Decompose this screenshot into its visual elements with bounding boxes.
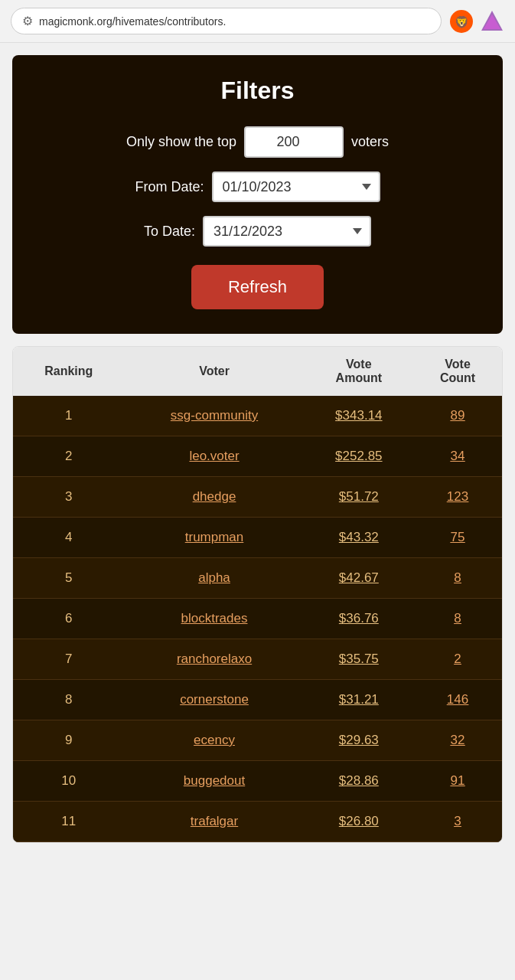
rank-cell: 7	[13, 639, 124, 680]
voter-cell[interactable]: buggedout	[124, 761, 304, 802]
settings-icon: ⚙	[22, 14, 33, 28]
from-date-label: From Date:	[135, 179, 204, 195]
from-date-select[interactable]: 01/10/2023	[212, 172, 380, 202]
rank-cell: 9	[13, 720, 124, 761]
count-link[interactable]: 32	[451, 733, 465, 747]
voter-cell[interactable]: alpha	[124, 558, 304, 599]
table-row: 8 cornerstone $31.21 146	[13, 680, 502, 720]
voter-cell[interactable]: leo.voter	[124, 436, 304, 477]
rank-cell: 1	[13, 396, 124, 436]
count-cell[interactable]: 8	[413, 558, 502, 599]
amount-cell: $252.85	[305, 436, 414, 477]
url-text: magicmonk.org/hivemates/contributors.	[39, 15, 226, 28]
rank-cell: 6	[13, 599, 124, 639]
count-cell[interactable]: 75	[413, 518, 502, 558]
rank-cell: 11	[13, 802, 124, 842]
rank-cell: 5	[13, 558, 124, 599]
top-voters-input[interactable]	[244, 126, 344, 158]
refresh-button[interactable]: Refresh	[191, 265, 324, 309]
amount-cell: $51.72	[305, 477, 414, 518]
count-cell[interactable]: 2	[413, 639, 502, 680]
top-voters-row: Only show the top voters	[28, 126, 487, 158]
voter-link[interactable]: alpha	[198, 570, 230, 585]
to-date-row: To Date: 31/12/2023	[28, 216, 487, 247]
count-link[interactable]: 2	[454, 652, 461, 666]
count-cell[interactable]: 3	[413, 802, 502, 842]
table-row: 10 buggedout $28.86 91	[13, 761, 502, 802]
table-header-row: Ranking Voter VoteAmount VoteCount	[13, 347, 502, 396]
table-row: 11 trafalgar $26.80 3	[13, 802, 502, 842]
to-date-label: To Date:	[144, 224, 195, 240]
count-cell[interactable]: 123	[413, 477, 502, 518]
to-date-select[interactable]: 31/12/2023	[203, 216, 371, 247]
count-link[interactable]: 91	[451, 773, 465, 788]
count-cell[interactable]: 34	[413, 436, 502, 477]
vote-count-header: VoteCount	[413, 347, 502, 396]
count-link[interactable]: 8	[454, 611, 461, 626]
voters-suffix: voters	[351, 134, 389, 150]
count-cell[interactable]: 32	[413, 720, 502, 761]
brave-icon[interactable]: 🦁	[449, 9, 474, 34]
voter-cell[interactable]: dhedge	[124, 477, 304, 518]
voter-link[interactable]: buggedout	[184, 773, 245, 788]
amount-cell: $31.21	[305, 680, 414, 720]
rank-cell: 3	[13, 477, 124, 518]
amount-cell: $35.75	[305, 639, 414, 680]
voter-link[interactable]: ranchorelaxo	[177, 652, 252, 666]
count-cell[interactable]: 89	[413, 396, 502, 436]
voter-cell[interactable]: trafalgar	[124, 802, 304, 842]
count-link[interactable]: 89	[451, 408, 465, 423]
voter-cell[interactable]: ssg-community	[124, 396, 304, 436]
voter-cell[interactable]: cornerstone	[124, 680, 304, 720]
amount-cell: $28.86	[305, 761, 414, 802]
count-link[interactable]: 3	[454, 814, 461, 828]
voter-cell[interactable]: blocktrades	[124, 599, 304, 639]
filters-card: Filters Only show the top voters From Da…	[12, 55, 503, 334]
count-cell[interactable]: 91	[413, 761, 502, 802]
voter-link[interactable]: ssg-community	[171, 408, 258, 423]
table-row: 5 alpha $42.67 8	[13, 558, 502, 599]
voter-link[interactable]: trafalgar	[191, 814, 238, 828]
voter-link[interactable]: blocktrades	[181, 611, 248, 626]
rank-cell: 4	[13, 518, 124, 558]
voter-link[interactable]: trumpman	[185, 530, 244, 544]
rank-cell: 10	[13, 761, 124, 802]
metamask-icon[interactable]	[480, 9, 504, 34]
rank-cell: 8	[13, 680, 124, 720]
browser-icons: 🦁	[449, 9, 504, 34]
voter-link[interactable]: dhedge	[193, 489, 236, 504]
table-row: 3 dhedge $51.72 123	[13, 477, 502, 518]
count-link[interactable]: 146	[447, 692, 468, 707]
table-row: 1 ssg-community $343.14 89	[13, 396, 502, 436]
top-voters-label: Only show the top	[126, 134, 236, 150]
svg-text:🦁: 🦁	[455, 15, 469, 29]
count-link[interactable]: 34	[451, 449, 465, 463]
voter-header: Voter	[124, 347, 304, 396]
amount-cell: $26.80	[305, 802, 414, 842]
vote-amount-header: VoteAmount	[305, 347, 414, 396]
count-link[interactable]: 123	[447, 489, 468, 504]
filters-title: Filters	[28, 77, 487, 105]
browser-bar: ⚙ magicmonk.org/hivemates/contributors. …	[0, 0, 515, 43]
table-row: 9 ecency $29.63 32	[13, 720, 502, 761]
count-cell[interactable]: 8	[413, 599, 502, 639]
address-bar[interactable]: ⚙ magicmonk.org/hivemates/contributors.	[11, 8, 442, 34]
voter-link[interactable]: cornerstone	[180, 692, 249, 707]
table-row: 7 ranchorelaxo $35.75 2	[13, 639, 502, 680]
count-link[interactable]: 75	[451, 530, 465, 544]
amount-cell: $29.63	[305, 720, 414, 761]
table-row: 4 trumpman $43.32 75	[13, 518, 502, 558]
voter-cell[interactable]: ecency	[124, 720, 304, 761]
count-cell[interactable]: 146	[413, 680, 502, 720]
table-row: 6 blocktrades $36.76 8	[13, 599, 502, 639]
amount-cell: $343.14	[305, 396, 414, 436]
from-date-row: From Date: 01/10/2023	[28, 172, 487, 202]
table-row: 2 leo.voter $252.85 34	[13, 436, 502, 477]
voter-cell[interactable]: trumpman	[124, 518, 304, 558]
amount-cell: $36.76	[305, 599, 414, 639]
voter-link[interactable]: ecency	[194, 733, 235, 747]
amount-cell: $42.67	[305, 558, 414, 599]
voter-cell[interactable]: ranchorelaxo	[124, 639, 304, 680]
voter-link[interactable]: leo.voter	[189, 449, 239, 463]
count-link[interactable]: 8	[454, 570, 461, 585]
